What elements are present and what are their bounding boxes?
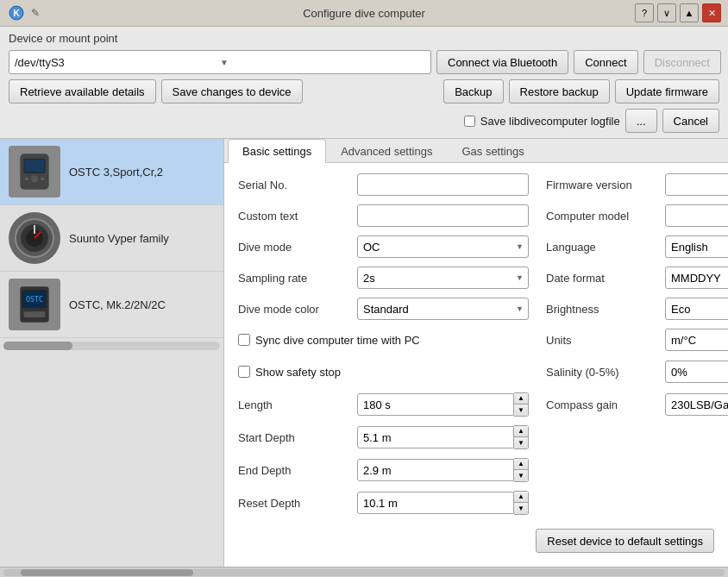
help-button[interactable]: ? (635, 3, 654, 22)
connect-button[interactable]: Connect (574, 50, 637, 74)
sync-time-checkbox[interactable] (238, 334, 250, 346)
maximize-button[interactable]: ▲ (680, 3, 699, 22)
custom-text-input[interactable] (357, 204, 529, 227)
dive-mode-color-select[interactable]: Standard Color1 (357, 298, 529, 320)
compass-gain-select[interactable]: 230LSB/Gauss 330LSB/Gauss 440LSB/Gauss (665, 393, 728, 416)
start-depth-label: Start Depth (238, 431, 350, 444)
units-select[interactable]: m/°C ft/°F (665, 329, 728, 351)
language-select[interactable]: English German French (665, 235, 728, 258)
end-depth-label: End Depth (238, 464, 350, 477)
serial-no-input[interactable] (357, 173, 529, 196)
computer-model-input[interactable] (665, 204, 728, 227)
save-logfile-label: Save libdivecomputer logfile (480, 115, 620, 128)
start-depth-row: Start Depth ▲ ▼ (238, 425, 529, 449)
device-select[interactable]: /dev/ttyS3 ▼ (9, 50, 431, 74)
dive-mode-color-label: Dive mode color (238, 303, 350, 316)
units-select-wrap: m/°C ft/°F ▼ (665, 329, 728, 351)
app-window: K ✎ Configure dive computer ? ∨ ▲ ✕ Devi… (0, 0, 728, 577)
tab-basic[interactable]: Basic settings (228, 139, 326, 163)
start-depth-input[interactable] (357, 426, 514, 448)
length-label: Length (238, 398, 350, 411)
brightness-select[interactable]: Eco Low Medium High (665, 298, 728, 320)
svg-text:K: K (13, 9, 20, 18)
custom-text-label: Custom text (238, 210, 350, 223)
dive-mode-select[interactable]: OC CCR pSCR (357, 235, 529, 258)
start-depth-spin-wrap: ▲ ▼ (357, 425, 529, 449)
length-spin-wrap: ▲ ▼ (357, 392, 529, 417)
sampling-rate-label: Sampling rate (238, 272, 350, 285)
svg-rect-4 (24, 160, 44, 172)
sampling-rate-select-wrap: 2s 1s 5s ▼ (357, 267, 529, 289)
end-depth-spin-wrap: ▲ ▼ (357, 458, 529, 482)
date-format-select[interactable]: MMDDYY DDMMYY YYMMDD (665, 267, 728, 289)
brightness-select-wrap: Eco Low Medium High ▼ (665, 298, 728, 320)
firmware-version-input[interactable] (665, 173, 728, 196)
svg-point-5 (31, 175, 38, 182)
device-name-ostc2: OSTC, Mk.2/2N/2C (69, 298, 166, 311)
bottom-scrollbar[interactable] (3, 569, 725, 576)
tab-advanced[interactable]: Advanced settings (326, 139, 447, 163)
language-label: Language (546, 241, 658, 254)
save-logfile-checkbox[interactable] (464, 116, 475, 127)
collapse-button[interactable]: ∨ (657, 3, 676, 22)
save-button[interactable]: Save changes to device (161, 79, 303, 103)
device-item-ostc2[interactable]: OSTC OSTC, Mk.2/2N/2C (0, 272, 223, 338)
dive-mode-select-wrap: OC CCR pSCR ▼ (357, 235, 529, 258)
length-spin-btns: ▲ ▼ (514, 392, 529, 417)
retrieve-button[interactable]: Retrieve available details (9, 79, 156, 103)
reset-depth-input[interactable] (357, 492, 514, 514)
device-name-suunto: Suunto Vyper family (69, 232, 169, 245)
placeholder-row-2 (546, 458, 728, 482)
date-format-label: Date format (546, 272, 658, 285)
toolbar: Device or mount point /dev/ttyS3 ▼ Conne… (0, 27, 728, 139)
units-row: Units m/°C ft/°F ▼ (546, 329, 728, 351)
restore-button[interactable]: Restore backup (509, 79, 610, 103)
tabs: Basic settings Advanced settings Gas set… (224, 139, 728, 163)
safety-stop-checkbox[interactable] (238, 366, 250, 378)
tab-gas[interactable]: Gas settings (447, 139, 538, 163)
cancel-button[interactable]: Cancel (662, 109, 719, 133)
sync-time-label: Sync dive computer time with PC (255, 334, 420, 347)
update-firmware-button[interactable]: Update firmware (615, 79, 719, 103)
toolbar-row-4: Save libdivecomputer logfile ... Cancel (9, 109, 719, 133)
end-depth-down-btn[interactable]: ▼ (514, 470, 528, 481)
start-depth-up-btn[interactable]: ▲ (514, 426, 528, 437)
sync-time-checkbox-item: Sync dive computer time with PC (238, 334, 420, 347)
app-icon: K (7, 3, 26, 22)
placeholder-row-1 (546, 425, 728, 449)
device-item-suunto[interactable]: Suunto Vyper family (0, 205, 223, 272)
disconnect-button[interactable]: Disconnect (643, 50, 721, 74)
device-dropdown-arrow: ▼ (220, 58, 425, 67)
ellipsis-button[interactable]: ... (625, 109, 657, 133)
reset-depth-up-btn[interactable]: ▲ (514, 492, 528, 503)
reset-depth-down-btn[interactable]: ▼ (514, 503, 528, 514)
salinity-input[interactable] (665, 361, 728, 383)
brightness-label: Brightness (546, 303, 658, 316)
device-icon-ostc3 (9, 146, 60, 198)
compass-gain-label: Compass gain (546, 398, 658, 411)
close-button[interactable]: ✕ (702, 3, 721, 22)
basic-settings-grid: Serial No. Firmware version Custom text (238, 173, 714, 515)
safety-stop-row: Show safety stop (238, 360, 529, 384)
end-depth-input[interactable] (357, 459, 514, 481)
length-up-btn[interactable]: ▲ (514, 393, 528, 405)
start-depth-down-btn[interactable]: ▼ (514, 437, 528, 448)
device-icon-ostc2: OSTC (9, 279, 60, 330)
length-input[interactable] (357, 393, 514, 416)
end-depth-row: End Depth ▲ ▼ (238, 458, 529, 482)
connect-bluetooth-button[interactable]: Connect via Bluetooth (436, 50, 568, 74)
sampling-rate-select[interactable]: 2s 1s 5s (357, 267, 529, 289)
main-content: OSTC 3,Sport,Cr,2 Suunto Vyper family (0, 139, 728, 567)
safety-stop-label: Show safety stop (255, 366, 341, 379)
device-list: OSTC 3,Sport,Cr,2 Suunto Vyper family (0, 139, 224, 567)
reset-depth-spin-btns: ▲ ▼ (514, 491, 529, 515)
device-label: Device or mount point (9, 32, 117, 45)
svg-point-7 (41, 178, 44, 180)
bottom-scrollbar-thumb (21, 569, 193, 576)
device-item-ostc3[interactable]: OSTC 3,Sport,Cr,2 (0, 139, 223, 205)
length-down-btn[interactable]: ▼ (514, 405, 528, 416)
language-row: Language English German French ▼ (546, 235, 728, 258)
end-depth-up-btn[interactable]: ▲ (514, 459, 528, 470)
reset-device-button[interactable]: Reset device to default settings (536, 529, 714, 553)
backup-button[interactable]: Backup (443, 79, 503, 103)
